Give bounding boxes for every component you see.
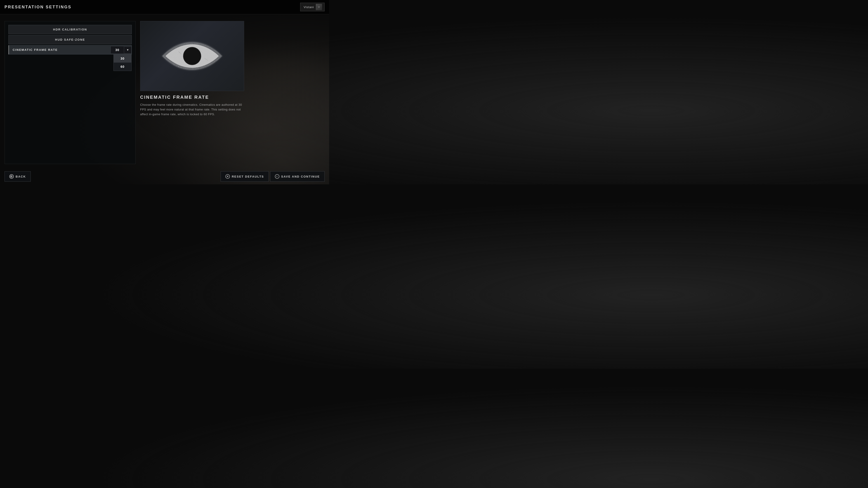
cinematic-frame-rate-row: CINEMATIC FRAME RATE 30 ▼ 30 60	[8, 45, 132, 55]
frame-rate-value: 30	[111, 46, 124, 54]
right-panel: CINEMATIC FRAME RATE Choose the frame ra…	[140, 21, 324, 164]
back-icon: B	[9, 174, 14, 179]
page-title: PRESENTATION SETTINGS	[4, 5, 71, 9]
hdr-calibration-button[interactable]: HDR CALIBRATION	[8, 25, 132, 34]
eye-icon	[160, 38, 224, 74]
footer-right: ✕ RESET DEFAULTS ≡ SAVE AND CONTINUE	[221, 171, 324, 182]
hud-safe-zone-button[interactable]: HUD SAFE-ZONE	[8, 35, 132, 44]
setting-info: CINEMATIC FRAME RATE Choose the frame ra…	[140, 91, 244, 120]
cinematic-frame-rate-label: CINEMATIC FRAME RATE	[9, 45, 111, 54]
reset-icon: ✕	[225, 174, 230, 179]
reset-defaults-button[interactable]: ✕ RESET DEFAULTS	[221, 171, 269, 182]
frame-rate-dropdown: 30 60	[114, 54, 131, 71]
dropdown-option-60[interactable]: 60	[114, 63, 131, 71]
reset-button-label: RESET DEFAULTS	[232, 175, 264, 178]
main-content: HDR CALIBRATION HUD SAFE-ZONE CINEMATIC …	[0, 14, 329, 168]
header: PRESENTATION SETTINGS Vistani V	[0, 0, 329, 14]
back-button-label: BACK	[16, 175, 26, 178]
left-panel: HDR CALIBRATION HUD SAFE-ZONE CINEMATIC …	[4, 21, 135, 164]
footer: B BACK ✕ RESET DEFAULTS ≡ SAVE AND CONTI…	[0, 168, 329, 184]
dropdown-option-30[interactable]: 30	[114, 55, 131, 63]
dropdown-arrow-icon[interactable]: ▼	[124, 46, 131, 54]
svg-point-1	[184, 47, 201, 65]
save-and-continue-button[interactable]: ≡ SAVE AND CONTINUE	[270, 171, 324, 182]
avatar: V	[316, 4, 322, 10]
user-profile[interactable]: Vistani V	[300, 3, 324, 11]
setting-row-value: 30 ▼	[111, 46, 131, 54]
save-button-label: SAVE AND CONTINUE	[281, 175, 320, 178]
preview-image	[140, 21, 244, 91]
user-name: Vistani	[304, 5, 314, 9]
setting-info-title: CINEMATIC FRAME RATE	[140, 95, 244, 100]
setting-info-description: Choose the frame rate during cinematics.…	[140, 103, 244, 117]
save-icon: ≡	[275, 174, 279, 179]
back-button[interactable]: B BACK	[4, 171, 31, 182]
eye-icon-container	[141, 21, 244, 91]
